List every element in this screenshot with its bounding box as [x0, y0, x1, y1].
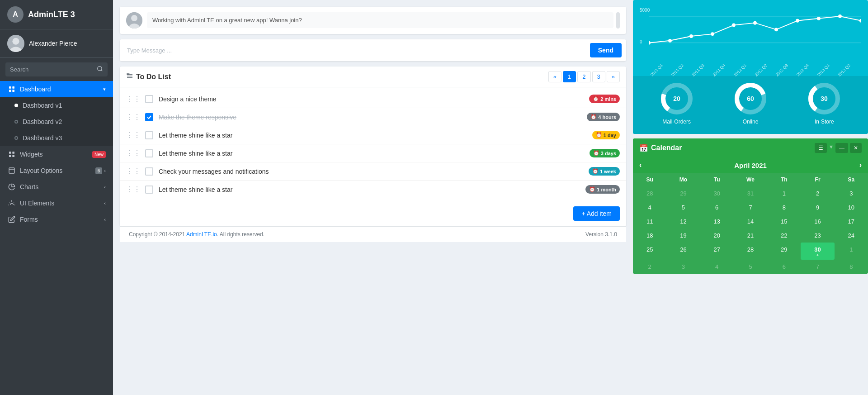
- todo-checkbox-2[interactable]: [145, 113, 153, 121]
- calendar-menu-button[interactable]: ☰: [815, 143, 827, 153]
- sidebar-item-charts[interactable]: Charts ‹: [0, 179, 113, 195]
- calendar-date[interactable]: 18: [633, 228, 666, 243]
- nav-menu: Dashboard ▾ Dashboard v1 Dashboard v2 Da…: [0, 81, 113, 395]
- svg-rect-7: [9, 90, 11, 92]
- calendar-date[interactable]: 31: [734, 186, 767, 200]
- calendar-date[interactable]: 9: [801, 200, 834, 214]
- calendar-date[interactable]: 17: [835, 214, 868, 228]
- page-1-button[interactable]: 1: [563, 71, 576, 82]
- message-input[interactable]: [124, 45, 590, 56]
- calendar-date[interactable]: 8: [767, 200, 801, 214]
- calendar-date[interactable]: 6: [767, 260, 801, 274]
- chat-scrollbar[interactable]: [616, 12, 620, 29]
- calendar-date[interactable]: 15: [767, 214, 801, 228]
- svg-point-35: [774, 28, 778, 31]
- calendar-next-button[interactable]: ›: [859, 161, 862, 169]
- add-item-button[interactable]: + Add item: [573, 206, 620, 221]
- calendar-date[interactable]: 2: [633, 260, 666, 274]
- calendar-date[interactable]: 2: [801, 186, 834, 200]
- calendar-minimize-button[interactable]: —: [835, 143, 848, 153]
- calendar-date[interactable]: 1: [767, 186, 801, 200]
- calendar-date[interactable]: 16: [801, 214, 834, 228]
- calendar-prev-button[interactable]: ‹: [639, 161, 642, 169]
- drag-handle-icon[interactable]: ⋮⋮: [126, 185, 141, 194]
- calendar-date[interactable]: 14: [734, 214, 767, 228]
- svg-text:30: 30: [821, 95, 828, 102]
- calendar-date[interactable]: 29: [767, 243, 801, 260]
- calendar-date[interactable]: 19: [666, 228, 700, 243]
- clock-icon: ⏰: [590, 114, 597, 120]
- calendar-date[interactable]: 28: [633, 186, 666, 200]
- drag-handle-icon[interactable]: ⋮⋮: [126, 149, 141, 157]
- todo-list: ⋮⋮ Design a nice theme ⏰ 2 mins ⋮⋮: [120, 87, 626, 201]
- calendar-date[interactable]: 6: [700, 200, 734, 214]
- sidebar-item-ui-elements[interactable]: UI Elements ‹: [0, 195, 113, 211]
- todo-checkbox-4[interactable]: [145, 149, 153, 157]
- svg-rect-12: [12, 155, 14, 157]
- todo-checkbox-1[interactable]: [145, 95, 153, 103]
- calendar-date[interactable]: 22: [767, 228, 801, 243]
- sidebar-item-dashboard-v3[interactable]: Dashboard v3: [0, 130, 113, 146]
- send-button[interactable]: Send: [590, 43, 622, 57]
- calendar-date[interactable]: 21: [734, 228, 767, 243]
- calendar-date[interactable]: 1: [835, 243, 868, 260]
- search-input[interactable]: [5, 62, 92, 76]
- page-next-button[interactable]: »: [607, 71, 620, 82]
- calendar-date[interactable]: 20: [700, 228, 734, 243]
- calendar-date[interactable]: 10: [835, 200, 868, 214]
- calendar-date[interactable]: 7: [801, 260, 834, 274]
- content-area: Working with AdminLTE on a great new app…: [113, 0, 868, 395]
- calendar-date[interactable]: 11: [633, 214, 666, 228]
- center-panel: Working with AdminLTE on a great new app…: [113, 0, 633, 395]
- search-button[interactable]: [92, 62, 108, 76]
- sidebar-item-dashboard-v2[interactable]: Dashboard v2: [0, 114, 113, 130]
- drag-handle-icon[interactable]: ⋮⋮: [126, 167, 141, 176]
- svg-rect-11: [9, 155, 11, 157]
- calendar-date[interactable]: 13: [700, 214, 734, 228]
- svg-rect-13: [9, 168, 14, 173]
- sidebar-item-dashboard[interactable]: Dashboard ▾: [0, 81, 113, 97]
- drag-handle-icon[interactable]: ⋮⋮: [126, 113, 141, 121]
- calendar-date[interactable]: 26: [666, 243, 700, 260]
- calendar-date[interactable]: 30: [700, 186, 734, 200]
- calendar-date[interactable]: 4: [633, 200, 666, 214]
- page-prev-button[interactable]: «: [548, 71, 561, 82]
- calendar-date[interactable]: 23: [801, 228, 834, 243]
- calendar-date[interactable]: 5: [734, 260, 767, 274]
- page-2-button[interactable]: 2: [577, 71, 590, 82]
- footer-link[interactable]: AdminLTE.io: [186, 231, 217, 238]
- todo-checkbox-5[interactable]: [145, 167, 153, 176]
- sidebar-item-forms[interactable]: Forms ‹: [0, 211, 113, 228]
- calendar-date[interactable]: 12: [666, 214, 700, 228]
- page-3-button[interactable]: 3: [592, 71, 605, 82]
- calendar-controls: ☰ ▾ — ✕: [815, 143, 862, 153]
- todo-checkbox-3[interactable]: [145, 131, 153, 139]
- drag-handle-icon[interactable]: ⋮⋮: [126, 95, 141, 103]
- todo-item-text: Make the theme responsive: [159, 114, 587, 121]
- calendar-date[interactable]: 8: [835, 260, 868, 274]
- calendar-date[interactable]: 30▲: [801, 243, 834, 260]
- sidebar-item-dashboard-v1[interactable]: Dashboard v1: [0, 97, 113, 114]
- calendar-date[interactable]: 27: [700, 243, 734, 260]
- drag-handle-icon[interactable]: ⋮⋮: [126, 131, 141, 139]
- calendar-date[interactable]: 3: [835, 186, 868, 200]
- calendar-date[interactable]: 29: [666, 186, 700, 200]
- chevron-icon: ‹: [104, 184, 106, 190]
- list-item: ⋮⋮ Let theme shine like a star ⏰ 3 days: [120, 144, 626, 162]
- calendar-date[interactable]: 4: [700, 260, 734, 274]
- dashboard-icon: [7, 86, 16, 93]
- calendar-date[interactable]: 7: [734, 200, 767, 214]
- day-name-mo: Mo: [666, 173, 700, 186]
- calendar-date[interactable]: 25: [633, 243, 666, 260]
- list-item: ⋮⋮ Let theme shine like a star ⏰ 1 day: [120, 126, 626, 144]
- ui-icon: [7, 200, 16, 207]
- svg-point-29: [649, 41, 651, 45]
- todo-checkbox-6[interactable]: [145, 186, 153, 194]
- calendar-date[interactable]: 28: [734, 243, 767, 260]
- sidebar-item-widgets[interactable]: Widgets New: [0, 146, 113, 162]
- calendar-date[interactable]: 3: [666, 260, 700, 274]
- calendar-date[interactable]: 5: [666, 200, 700, 214]
- calendar-close-button[interactable]: ✕: [850, 143, 862, 153]
- sidebar-item-layout-options[interactable]: Layout Options 6 ‹: [0, 162, 113, 179]
- calendar-date[interactable]: 24: [835, 228, 868, 243]
